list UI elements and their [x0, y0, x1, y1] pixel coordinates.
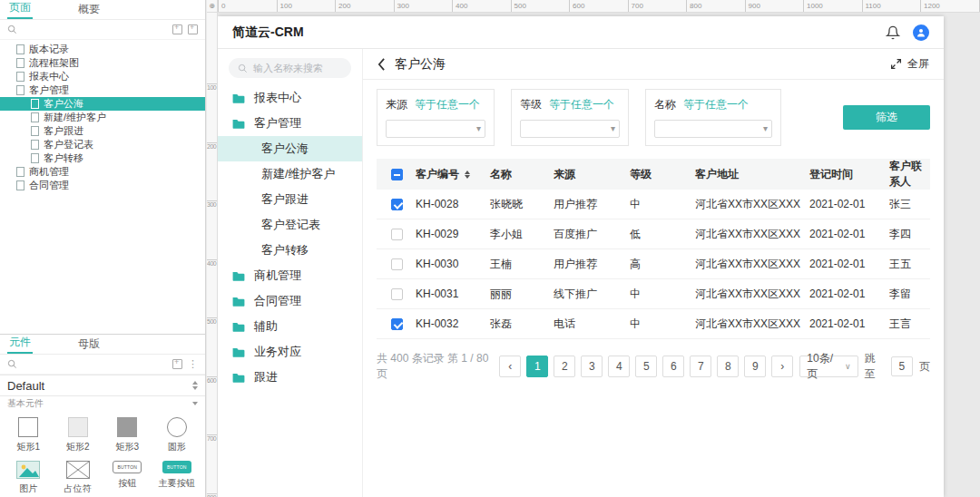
- widget[interactable]: 矩形1: [4, 413, 54, 456]
- ruler-tick-label: 500: [511, 0, 570, 12]
- fullscreen-button[interactable]: 全屏: [890, 56, 929, 72]
- app-nav-item[interactable]: 跟进: [218, 365, 362, 390]
- tree-item[interactable]: 新建/维护客户: [0, 111, 205, 124]
- add-library-icon[interactable]: [172, 359, 182, 369]
- page-button[interactable]: 7: [690, 356, 711, 377]
- back-icon[interactable]: [377, 58, 386, 71]
- app-nav-item[interactable]: 客户登记表: [218, 212, 362, 238]
- app-nav-item[interactable]: 客户跟进: [218, 187, 362, 212]
- widget-section-header[interactable]: 基本元件: [0, 396, 205, 411]
- row-checkbox[interactable]: [391, 318, 403, 330]
- tree-item[interactable]: 客户转移: [0, 151, 205, 165]
- widget[interactable]: BUTTON 按钮: [103, 456, 152, 497]
- filter-operator[interactable]: 等于任意一个: [683, 97, 749, 112]
- app-nav-item[interactable]: 辅助: [218, 314, 362, 339]
- cell-contact: 李留: [889, 287, 930, 302]
- filter-operator[interactable]: 等于任意一个: [549, 97, 614, 112]
- page-button[interactable]: ›: [771, 356, 793, 377]
- tree-item-label: 合同管理: [29, 179, 69, 192]
- page-size-select[interactable]: 10条/页 ∨: [799, 356, 858, 377]
- table-row[interactable]: KH-0028 张晓晓 用户推荐 中 河北省XX市XX区XXX 2021-02-…: [377, 190, 930, 219]
- panel-tab[interactable]: 元件: [7, 332, 33, 354]
- page-button[interactable]: 8: [717, 356, 739, 377]
- more-icon[interactable]: ⋮: [188, 359, 198, 369]
- app-nav-item[interactable]: 商机管理: [218, 263, 362, 288]
- tree-item[interactable]: 客户登记表: [0, 138, 205, 151]
- ruler-origin[interactable]: ⊕: [207, 0, 218, 13]
- header-icons: [886, 24, 929, 41]
- bell-icon[interactable]: [886, 25, 900, 40]
- widget[interactable]: BUTTON 主要按钮: [152, 456, 202, 497]
- widget[interactable]: 占位符: [54, 456, 103, 497]
- filter-value-select[interactable]: ▾: [654, 120, 772, 138]
- page-button[interactable]: 6: [662, 356, 684, 377]
- tree-item-label: 客户登记表: [44, 138, 93, 151]
- page-button[interactable]: 5: [635, 356, 657, 377]
- page-button[interactable]: 3: [581, 356, 603, 377]
- row-checkbox[interactable]: [391, 258, 403, 270]
- widget[interactable]: 矩形3: [103, 413, 152, 456]
- add-folder-icon[interactable]: [188, 24, 198, 34]
- tree-item[interactable]: 版本记录: [0, 43, 205, 56]
- panel-tab[interactable]: 母版: [76, 334, 102, 354]
- select-all-checkbox[interactable]: [391, 169, 403, 180]
- search-icon[interactable]: [7, 24, 17, 34]
- app-nav-item[interactable]: 业务对应: [218, 339, 362, 365]
- jump-page-input[interactable]: 5: [891, 356, 913, 376]
- app-nav-item[interactable]: 报表中心: [218, 85, 362, 111]
- app-search-input[interactable]: 输入名称来搜索: [229, 58, 351, 78]
- app-nav-item[interactable]: 合同管理: [218, 288, 362, 314]
- tree-item[interactable]: 客户管理: [0, 83, 205, 97]
- library-select[interactable]: Default: [0, 375, 205, 396]
- ruler-tick-label: 600: [569, 0, 628, 12]
- row-checkbox[interactable]: [391, 199, 403, 210]
- page-button[interactable]: 4: [608, 356, 630, 377]
- filter-value-select[interactable]: ▾: [520, 120, 620, 138]
- page-button[interactable]: 9: [744, 356, 766, 377]
- app-nav-label: 辅助: [254, 318, 278, 335]
- page-button[interactable]: ‹: [499, 356, 521, 377]
- table-row[interactable]: KH-0029 李小姐 百度推广 低 河北省XX市XX区XXX 2021-02-…: [377, 219, 930, 249]
- app-nav-item[interactable]: 客户管理: [218, 111, 362, 136]
- table-row[interactable]: KH-0032 张磊 电话 中 河北省XX市XX区XXX 2021-02-01 …: [377, 309, 930, 339]
- search-icon[interactable]: [7, 359, 17, 369]
- sort-icon[interactable]: [465, 171, 470, 179]
- column-header-id: 客户编号: [416, 167, 490, 182]
- row-checkbox[interactable]: [391, 288, 403, 300]
- page-button[interactable]: 1: [526, 356, 548, 377]
- tree-item[interactable]: 客户公海: [0, 97, 205, 111]
- user-avatar[interactable]: [913, 24, 929, 41]
- app-nav-item[interactable]: 客户公海: [218, 136, 362, 161]
- fullscreen-label: 全屏: [907, 56, 929, 72]
- tree-item[interactable]: 客户跟进: [0, 124, 205, 138]
- page-button[interactable]: 2: [554, 356, 575, 377]
- table-row[interactable]: KH-0030 王楠 用户推荐 高 河北省XX市XX区XXX 2021-02-0…: [377, 249, 930, 279]
- widget[interactable]: 矩形2: [54, 413, 103, 456]
- panel-tab[interactable]: 页面: [7, 0, 33, 19]
- tree-item[interactable]: 报表中心: [0, 70, 205, 83]
- widget-label: 矩形1: [16, 441, 40, 453]
- tree-item-label: 新建/维护客户: [44, 111, 106, 124]
- ruler-tick-label: 800: [686, 0, 745, 12]
- widget[interactable]: 图片: [4, 456, 54, 497]
- cell-date: 2021-02-01: [809, 198, 889, 210]
- add-page-icon[interactable]: [172, 24, 182, 34]
- app-nav-item[interactable]: 新建/维护客户: [218, 161, 362, 187]
- tree-item[interactable]: 流程框架图: [0, 56, 205, 70]
- tree-item[interactable]: 合同管理: [0, 179, 205, 192]
- panel-tab[interactable]: 概要: [76, 0, 102, 19]
- tree-item[interactable]: 商机管理: [0, 165, 205, 179]
- jump-label: 跳至: [865, 351, 885, 382]
- widget-label: 矩形2: [66, 441, 90, 453]
- widget[interactable]: 圆形: [152, 413, 202, 456]
- table-row[interactable]: KH-0031 丽丽 线下推广 中 河北省XX市XX区XXX 2021-02-0…: [377, 279, 930, 309]
- app-nav-item[interactable]: 客户转移: [218, 238, 362, 263]
- row-checkbox[interactable]: [391, 229, 403, 240]
- widget-icon: [167, 417, 187, 437]
- pages-panel-tabs: 页面概要: [0, 0, 205, 20]
- filter-operator[interactable]: 等于任意一个: [415, 97, 480, 112]
- app-nav-list: 报表中心 客户管理 客户公海: [218, 85, 362, 390]
- page-icon: [16, 72, 24, 82]
- filter-value-select[interactable]: ▾: [386, 120, 485, 138]
- filter-button[interactable]: 筛选: [843, 105, 930, 130]
